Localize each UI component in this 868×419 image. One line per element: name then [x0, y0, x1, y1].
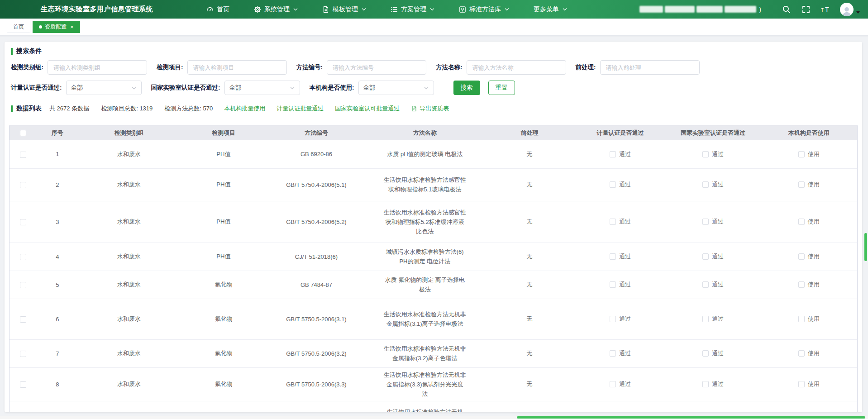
national-lab-pass-checkbox[interactable] [702, 381, 709, 387]
metrology-pass-checkbox[interactable] [610, 381, 616, 387]
method-name: 生活饮用水标准检验方法无机非金属指标(3.1)离子选择电极法 [384, 309, 466, 329]
chevron-down-icon [424, 86, 429, 90]
menu-template[interactable]: 模板管理 [322, 5, 366, 14]
org-use-checkbox[interactable] [798, 350, 805, 357]
metrology-pass-checkbox[interactable] [610, 151, 616, 157]
select-all-checkbox[interactable] [20, 130, 26, 136]
org-use-checkbox[interactable] [798, 253, 805, 260]
tab-qualification[interactable]: 资质配置× [33, 21, 80, 33]
batch-action-link-1[interactable]: 计量认证批量通过 [277, 105, 324, 113]
national-lab-pass-checkbox[interactable] [702, 316, 709, 322]
list-icon [391, 6, 398, 13]
menu-scheme[interactable]: 方案管理 [391, 5, 434, 14]
test-item: 氟化物 [180, 367, 267, 401]
row-no: 4 [37, 243, 78, 271]
national-lab-pass-checkbox[interactable] [702, 253, 709, 260]
search-button[interactable]: 搜索 [453, 81, 480, 95]
national-lab-pass-checkbox[interactable] [702, 151, 709, 157]
active-tab-dot [39, 25, 42, 29]
app-title: 生态环境实验室多用户信息管理系统 [41, 5, 153, 14]
close-icon[interactable]: × [70, 24, 74, 30]
method-code: GB/T 5750.5-2006(3.2) [267, 339, 365, 367]
table-header-row: 序号 检测类别组 检测项目 方法编号 方法名称 前处理 计量认证是否通过 国家实… [10, 125, 857, 140]
method-code: GB/T 5750.4-2006(5.1) [267, 168, 365, 201]
batch-action-link-2[interactable]: 国家实验室认可批量通过 [335, 105, 400, 113]
metrology-pass-checkbox[interactable] [610, 253, 616, 260]
row-select-checkbox[interactable] [20, 282, 26, 288]
menu-home[interactable]: 首页 [206, 5, 229, 14]
metrology-pass-checkbox-label: 通过 [619, 253, 631, 260]
row-select-checkbox[interactable] [20, 219, 26, 225]
tab-home[interactable]: 首页 [7, 21, 30, 33]
org-use-checkbox[interactable] [798, 281, 805, 288]
total-count: 共 2672 条数据 [49, 105, 89, 113]
menu-more[interactable]: 更多菜单 [534, 5, 567, 14]
input-pre[interactable] [600, 60, 700, 75]
table-row: 5水和废水氟化物GB 7484-87水质 氟化物的测定 离子选择电极法无通过通过… [10, 271, 857, 299]
export-file-icon [411, 105, 417, 112]
reset-button[interactable]: 重置 [488, 81, 515, 95]
test-item: PH值 [180, 243, 267, 271]
method-code: CJ/T 51-2018(6) [267, 243, 365, 271]
select-value: 全部 [363, 84, 376, 92]
row-select-checkbox[interactable] [20, 182, 26, 188]
input-name[interactable] [467, 60, 566, 75]
metrology-pass-checkbox[interactable] [610, 316, 616, 322]
table-row: 6水和废水氟化物GB/T 5750.5-2006(3.1)生活饮用水标准检验方法… [10, 299, 857, 339]
national-lab-pass-checkbox[interactable] [702, 350, 709, 357]
col-header-no: 序号 [37, 125, 78, 140]
search-icon[interactable] [781, 5, 791, 14]
method-name: 生活饮用水标准检验方法无机 [386, 407, 463, 413]
method-name: 水质 氟化物的测定 离子选择电极法 [384, 275, 466, 294]
org-use-checkbox[interactable] [798, 219, 805, 225]
national-lab-pass-checkbox[interactable] [702, 181, 709, 188]
chevron-down-icon [132, 86, 137, 90]
metrology-pass-checkbox[interactable] [610, 281, 616, 288]
org-use-checkbox[interactable] [798, 181, 805, 188]
user-menu-caret-icon[interactable] [856, 11, 860, 14]
select-org-use[interactable]: 全部 [358, 81, 434, 95]
row-select-checkbox[interactable] [20, 316, 26, 323]
avatar[interactable] [840, 3, 854, 16]
org-use-checkbox[interactable] [798, 151, 805, 157]
category-group: 水和废水 [78, 201, 180, 243]
metrology-pass-checkbox[interactable] [610, 350, 616, 357]
national-lab-pass-checkbox[interactable] [702, 281, 709, 288]
batch-action-link-0[interactable]: 本机构批量使用 [224, 105, 265, 113]
chevron-down-icon [505, 8, 509, 11]
input-code[interactable] [327, 60, 426, 75]
org-use-checkbox-label: 使用 [808, 151, 820, 157]
navbar-right: ) TT [639, 3, 860, 16]
input-item[interactable] [187, 60, 287, 75]
field-label: 计量认证是否通过: [11, 84, 62, 92]
select-metrology[interactable]: 全部 [66, 81, 142, 95]
fullscreen-icon[interactable] [801, 5, 811, 14]
org-use-checkbox-label: 使用 [808, 381, 820, 387]
col-header-pre: 前处理 [484, 125, 575, 140]
menu-standards[interactable]: 标准方法库 [459, 5, 509, 14]
metrology-pass-checkbox[interactable] [610, 219, 616, 225]
horizontal-scrollbar-thumb[interactable] [517, 416, 865, 419]
field-label: 检测项目: [157, 63, 183, 71]
row-select-checkbox[interactable] [20, 381, 26, 388]
export-qualification-link[interactable]: 导出资质表 [411, 105, 449, 113]
org-use-checkbox[interactable] [798, 381, 805, 387]
row-select-checkbox[interactable] [20, 351, 26, 357]
select-national-lab[interactable]: 全部 [224, 81, 300, 95]
input-group[interactable] [48, 60, 147, 75]
metrology-pass-checkbox-label: 通过 [619, 218, 631, 225]
tab-bar: 首页资质配置× [0, 19, 868, 36]
row-no: 8 [37, 367, 78, 401]
menu-label: 标准方法库 [469, 5, 501, 14]
chevron-down-icon [290, 86, 295, 90]
vertical-scrollbar-thumb[interactable] [864, 233, 867, 261]
org-use-checkbox[interactable] [798, 316, 805, 322]
menu-system[interactable]: 系统管理 [254, 5, 298, 14]
metrology-pass-checkbox[interactable] [610, 181, 616, 188]
national-lab-pass-checkbox[interactable] [702, 219, 709, 225]
chevron-down-icon [293, 8, 298, 11]
row-select-checkbox[interactable] [20, 254, 26, 260]
font-size-icon[interactable]: TT [821, 5, 831, 14]
row-select-checkbox[interactable] [20, 152, 26, 158]
table-row: 4水和废水PH值CJ/T 51-2018(6)城镇污水水质标准检验方法(6) P… [10, 243, 857, 271]
